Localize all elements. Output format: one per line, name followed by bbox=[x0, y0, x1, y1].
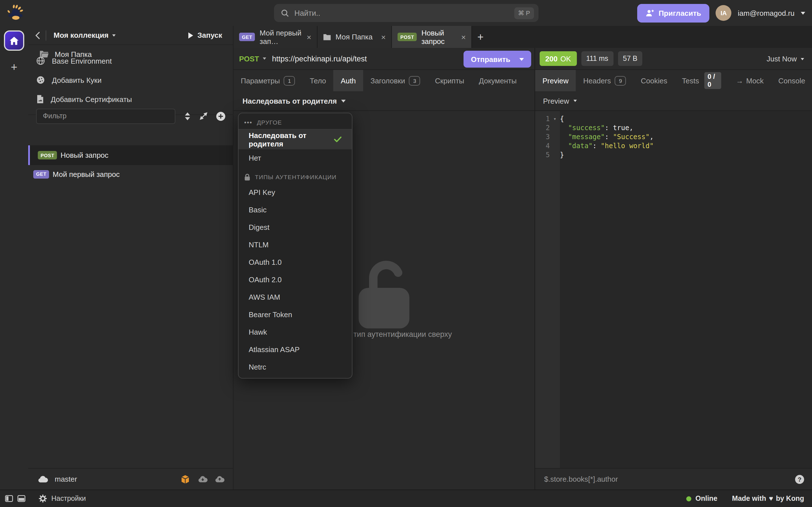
auth-menu-entry[interactable]: Bearer Token bbox=[239, 306, 352, 323]
code-line: 2 ▾ "success": true, bbox=[535, 123, 812, 132]
method-badge-get: GET bbox=[33, 170, 49, 178]
response-tabs: Preview Headers 9 Cookies Tests 0 / 0 → … bbox=[535, 70, 812, 92]
auth-menu-entry[interactable]: Basic bbox=[239, 201, 352, 219]
auth-menu-entry[interactable]: Digest bbox=[239, 219, 352, 236]
invite-button[interactable]: Пригласить bbox=[637, 4, 710, 22]
auth-menu-label: Bearer Token bbox=[249, 311, 292, 319]
tab-headers[interactable]: Заголовки 3 bbox=[363, 70, 428, 91]
cookie-icon bbox=[36, 75, 45, 84]
request-url[interactable]: https://pechkinapi.ru/api/test bbox=[272, 54, 367, 63]
tab-cookies[interactable]: Cookies bbox=[633, 70, 675, 91]
filter-input[interactable] bbox=[36, 108, 175, 124]
method-chevron-down-icon[interactable] bbox=[263, 57, 266, 60]
response-history-dropdown[interactable]: Just Now bbox=[767, 48, 804, 70]
response-time-badge: 111 ms bbox=[581, 51, 613, 66]
tab-first-request[interactable]: GET Мой первый зап… × bbox=[234, 26, 317, 48]
preview-mode-select[interactable]: Preview bbox=[535, 91, 812, 111]
tab-docs[interactable]: Документы bbox=[472, 70, 524, 91]
sync-box-icon[interactable] bbox=[181, 474, 190, 484]
certificate-icon bbox=[36, 95, 44, 104]
cloud-push-icon[interactable] bbox=[215, 475, 224, 483]
auth-menu-entry: ТИПЫ АУТЕНТИФИКАЦИИ bbox=[239, 170, 352, 184]
sort-icon[interactable] bbox=[184, 112, 191, 120]
auth-menu-entry[interactable]: Hawk bbox=[239, 323, 352, 341]
auth-menu-entry[interactable]: OAuth 1.0 bbox=[239, 253, 352, 271]
auth-menu-label: Digest bbox=[249, 223, 269, 231]
auth-menu-label: OAuth 2.0 bbox=[249, 276, 282, 284]
home-button[interactable] bbox=[4, 31, 24, 51]
sidebar-request-first[interactable]: GET Мой первый запрос bbox=[28, 165, 234, 183]
collection-title-dropdown[interactable]: Моя коллекция bbox=[54, 31, 116, 40]
auth-menu-label: OAuth 1.0 bbox=[249, 258, 282, 267]
auth-menu-entry[interactable]: OAuth 2.0 bbox=[239, 271, 352, 288]
close-icon[interactable]: × bbox=[307, 33, 311, 41]
new-tab-button[interactable]: + bbox=[472, 26, 489, 48]
auth-menu-entry[interactable]: Нет bbox=[239, 149, 352, 167]
request-tabs: Параметры 1 Тело Auth Заголовки 3 Скрипт… bbox=[234, 70, 535, 92]
code-text: "data": "hello world" bbox=[560, 142, 654, 151]
settings-button[interactable]: Настройки bbox=[39, 495, 86, 503]
tab-new-request-active[interactable]: POST Новый запрос × bbox=[392, 26, 472, 48]
jsonpath-filter-input[interactable] bbox=[543, 474, 790, 484]
tab-resp-headers[interactable]: Headers 9 bbox=[576, 70, 633, 91]
ellipsis-icon: ••• bbox=[244, 119, 252, 126]
online-status[interactable]: Online bbox=[687, 495, 718, 503]
tab-mock[interactable]: → Mock bbox=[728, 70, 771, 91]
auth-menu-entry[interactable]: AWS IAM bbox=[239, 288, 352, 306]
new-project-button[interactable]: + bbox=[0, 59, 28, 75]
tab-scripts[interactable]: Скрипты bbox=[428, 70, 472, 91]
request-method[interactable]: POST bbox=[239, 54, 259, 63]
close-icon[interactable]: × bbox=[461, 33, 466, 41]
add-request-plus-icon[interactable] bbox=[216, 111, 225, 121]
auth-menu-entry[interactable]: NTLM bbox=[239, 236, 352, 253]
auth-menu-entry[interactable]: API Key bbox=[239, 184, 352, 201]
response-meta-bar: 200 OK 111 ms 57 B Just Now bbox=[535, 48, 812, 70]
tab-folder[interactable]: Моя Папка × bbox=[317, 26, 392, 48]
tab-preview[interactable]: Preview bbox=[535, 70, 576, 91]
branch-name[interactable]: master bbox=[55, 475, 176, 483]
cloud-pull-icon[interactable] bbox=[198, 475, 207, 483]
add-certificates-item[interactable]: Добавить Сертификаты bbox=[28, 90, 234, 109]
tab-auth[interactable]: Auth bbox=[334, 70, 363, 91]
tab-body[interactable]: Тело bbox=[303, 70, 334, 91]
line-number: 5 bbox=[535, 151, 550, 159]
close-icon[interactable]: × bbox=[381, 33, 386, 41]
line-number: 1 bbox=[535, 114, 550, 123]
toggle-bottom-panel-icon[interactable] bbox=[17, 495, 26, 502]
send-button[interactable]: Отправить bbox=[463, 51, 531, 68]
app-logo-icon[interactable] bbox=[7, 4, 25, 21]
fold-chevron-icon[interactable]: ▾ bbox=[550, 114, 560, 123]
send-options-chevron-down-icon[interactable] bbox=[519, 58, 524, 61]
account-menu-chevron-down-icon[interactable] bbox=[801, 11, 805, 14]
params-count-badge: 1 bbox=[284, 76, 295, 86]
add-cookies-item[interactable]: Добавить Куки bbox=[28, 70, 234, 90]
filter-text-field[interactable] bbox=[42, 112, 170, 121]
auth-menu-entry[interactable]: Netrc bbox=[239, 358, 352, 376]
response-body-editor[interactable]: 1 ▾ { 2 ▾ "success": true, 3 ▾ "message"… bbox=[535, 111, 812, 468]
auth-type-select[interactable]: Наследовать от родителя bbox=[234, 91, 535, 111]
sidebar-request-new[interactable]: POST Новый запрос bbox=[28, 145, 234, 165]
base-environment-item[interactable]: Base Environment bbox=[28, 51, 234, 70]
auth-menu-label: NTLM bbox=[249, 240, 269, 249]
tests-count-pill: 0 / 0 bbox=[704, 72, 721, 89]
global-search-input[interactable]: Найти.. ⌘ P bbox=[274, 4, 539, 22]
auth-menu-entry[interactable]: Наследовать от родителя bbox=[239, 129, 352, 149]
auth-menu-label: AWS IAM bbox=[249, 293, 280, 301]
run-collection-button[interactable]: Запуск bbox=[188, 31, 222, 40]
gear-icon bbox=[39, 495, 47, 503]
heart-icon: ♥ bbox=[769, 495, 773, 503]
help-icon[interactable]: ? bbox=[795, 474, 804, 484]
auth-menu-entry[interactable]: Atlassian ASAP bbox=[239, 341, 352, 358]
tab-tests[interactable]: Tests 0 / 0 bbox=[675, 70, 729, 91]
expand-all-icon[interactable] bbox=[200, 112, 207, 120]
auth-menu-label: ТИПЫ АУТЕНТИФИКАЦИИ bbox=[255, 173, 337, 180]
collection-header: Моя коллекция Запуск bbox=[28, 26, 234, 45]
tab-console[interactable]: Console bbox=[771, 70, 812, 91]
back-chevron-left-icon[interactable] bbox=[35, 31, 40, 39]
avatar[interactable]: IA bbox=[716, 5, 732, 21]
line-number: 2 bbox=[535, 123, 550, 132]
toggle-sidebar-icon[interactable] bbox=[5, 495, 13, 502]
divider bbox=[46, 30, 46, 40]
code-text: "message": "Success", bbox=[560, 132, 654, 142]
tab-params[interactable]: Параметры 1 bbox=[234, 70, 303, 91]
